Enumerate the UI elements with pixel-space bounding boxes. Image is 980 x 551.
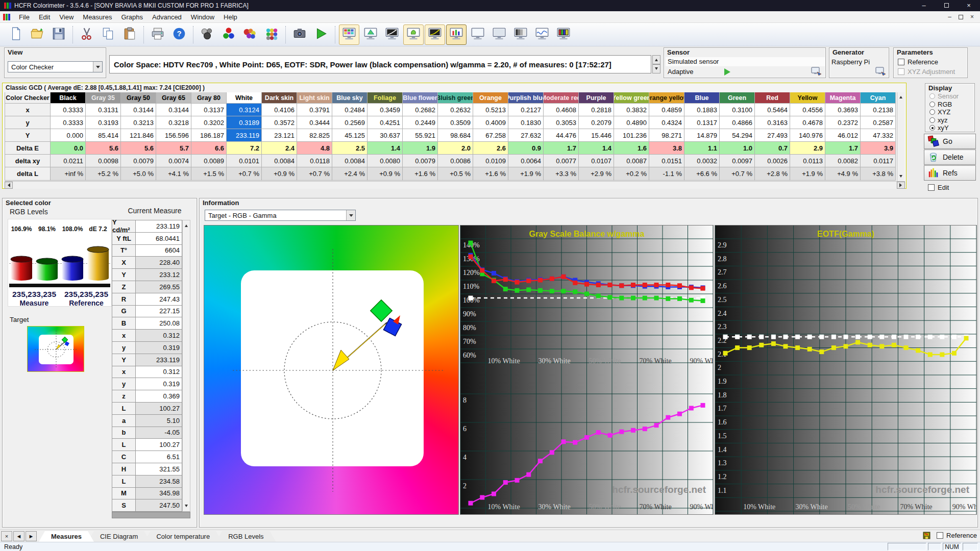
cell-dE-yellow[interactable]: 2.9 bbox=[790, 142, 825, 155]
cell-dxy-blue-flower[interactable]: 0.0079 bbox=[403, 155, 438, 167]
column-header-white[interactable]: White bbox=[227, 92, 262, 104]
cell-y-blue-sky[interactable]: 0.2569 bbox=[332, 116, 368, 129]
cell-x-black[interactable]: 0.3333 bbox=[51, 104, 86, 116]
column-header-cyan[interactable]: Cyan bbox=[861, 92, 896, 104]
menu-advanced[interactable]: Advanced bbox=[148, 12, 186, 22]
cell-dE-bluish-green[interactable]: 2.0 bbox=[438, 142, 473, 155]
sensor-assign-icon[interactable] bbox=[811, 66, 822, 77]
column-header-dark-skin[interactable]: Dark skin bbox=[262, 92, 297, 104]
cell-x-dark-skin[interactable]: 0.4106 bbox=[262, 104, 297, 116]
cell-dL-blue-sky[interactable]: +2.4 % bbox=[332, 167, 368, 181]
close-button[interactable]: × bbox=[958, 0, 980, 11]
cell-dE-gray-35[interactable]: 5.6 bbox=[86, 142, 121, 155]
cell-dL-green[interactable]: +0.7 % bbox=[720, 167, 755, 181]
cell-Y-yellow[interactable]: 140.976 bbox=[790, 129, 825, 142]
cell-y-red[interactable]: 0.3163 bbox=[755, 116, 790, 129]
cell-x-orange-yellow[interactable]: 0.4859 bbox=[649, 104, 684, 116]
cell-dxy-black[interactable]: 0.0211 bbox=[51, 155, 86, 167]
cell-Y-gray-35[interactable]: 85.414 bbox=[86, 129, 121, 142]
hcfr-tray-icon[interactable] bbox=[923, 531, 932, 540]
information-view-dropdown[interactable]: Target - RGB - Gamma bbox=[205, 210, 356, 221]
display-option-xyz[interactable]: XYZ bbox=[929, 108, 959, 116]
cell-dE-orange-yellow[interactable]: 3.8 bbox=[649, 142, 684, 155]
cell-Y-light-skin[interactable]: 82.825 bbox=[297, 129, 332, 142]
primaries-measure-button[interactable] bbox=[218, 24, 239, 45]
mdi-minimize-button[interactable]: – bbox=[948, 13, 951, 20]
cell-x-purplish-blue[interactable]: 0.2127 bbox=[508, 104, 544, 116]
cell-x-green[interactable]: 0.3100 bbox=[720, 104, 755, 116]
scroll-left-icon[interactable] bbox=[5, 182, 13, 189]
cell-dxy-gray-80[interactable]: 0.0089 bbox=[191, 155, 227, 167]
cell-dE-white[interactable]: 7.2 bbox=[227, 142, 262, 155]
cell-x-yellow-green[interactable]: 0.3832 bbox=[614, 104, 649, 116]
cell-y-gray-80[interactable]: 0.3202 bbox=[191, 116, 227, 129]
mdi-close-button[interactable]: × bbox=[970, 13, 974, 20]
cell-Y-orange-yellow[interactable]: 98.271 bbox=[649, 129, 684, 142]
cell-Y-moderate-red[interactable]: 44.476 bbox=[544, 129, 579, 142]
cell-y-gray-65[interactable]: 0.3218 bbox=[156, 116, 191, 129]
cell-x-blue-sky[interactable]: 0.2484 bbox=[332, 104, 368, 116]
cell-x-white[interactable]: 0.3124 bbox=[227, 104, 262, 116]
column-header-gray-50[interactable]: Gray 50 bbox=[121, 92, 156, 104]
cell-y-black[interactable]: 0.3333 bbox=[51, 116, 86, 129]
measures-sheet-view-button[interactable] bbox=[339, 24, 359, 45]
cell-y-blue[interactable]: 0.1317 bbox=[684, 116, 720, 129]
table-vertical-scrollbar[interactable] bbox=[897, 92, 904, 181]
save-button[interactable] bbox=[48, 24, 69, 45]
cell-dxy-blue[interactable]: 0.0032 bbox=[684, 155, 720, 167]
cell-dE-gray-80[interactable]: 6.6 bbox=[191, 142, 227, 155]
help-button[interactable]: ? bbox=[169, 24, 189, 45]
paste-button[interactable] bbox=[119, 24, 140, 45]
cell-dxy-orange[interactable]: 0.0109 bbox=[473, 155, 508, 167]
cell-dxy-moderate-red[interactable]: 0.0077 bbox=[544, 155, 579, 167]
cell-x-gray-35[interactable]: 0.3131 bbox=[86, 104, 121, 116]
view-selector-dropdown[interactable]: Color Checker bbox=[8, 61, 103, 72]
cell-dE-gray-65[interactable]: 5.7 bbox=[156, 142, 191, 155]
cell-x-magenta[interactable]: 0.3693 bbox=[825, 104, 861, 116]
cell-Y-magenta[interactable]: 46.012 bbox=[825, 129, 861, 142]
edit-checkbox[interactable]: Edit bbox=[928, 184, 949, 191]
cell-dL-white[interactable]: +0.7 % bbox=[227, 167, 262, 181]
cell-x-blue[interactable]: 0.1883 bbox=[684, 104, 720, 116]
cell-x-red[interactable]: 0.5464 bbox=[755, 104, 790, 116]
cell-dxy-blue-sky[interactable]: 0.0084 bbox=[332, 155, 368, 167]
cell-Y-gray-65[interactable]: 156.596 bbox=[156, 129, 191, 142]
cell-x-gray-80[interactable]: 0.3137 bbox=[191, 104, 227, 116]
cell-y-orange[interactable]: 0.4009 bbox=[473, 116, 508, 129]
checkbox-icon[interactable] bbox=[928, 184, 935, 191]
table-horizontal-scrollbar[interactable] bbox=[5, 181, 905, 189]
cell-y-purplish-blue[interactable]: 0.1830 bbox=[508, 116, 544, 129]
cell-dE-foliage[interactable]: 1.4 bbox=[368, 142, 403, 155]
cell-Y-purplish-blue[interactable]: 27.632 bbox=[508, 129, 544, 142]
maximize-button[interactable] bbox=[935, 0, 958, 11]
cell-dxy-foliage[interactable]: 0.0080 bbox=[368, 155, 403, 167]
checkbox-icon[interactable] bbox=[898, 59, 904, 65]
tab-scroll-right-button[interactable]: ► bbox=[26, 531, 37, 541]
column-header-blue-flower[interactable]: Blue flower bbox=[403, 92, 438, 104]
cell-dL-gray-65[interactable]: +4.1 % bbox=[156, 167, 191, 181]
capture-button[interactable] bbox=[289, 24, 310, 45]
print-button[interactable] bbox=[148, 24, 168, 45]
rgb-levels-view-button[interactable] bbox=[446, 24, 467, 45]
measure-table-scrollbar[interactable] bbox=[182, 220, 190, 512]
column-header-light-skin[interactable]: Light skin bbox=[297, 92, 332, 104]
cell-y-purple[interactable]: 0.2079 bbox=[579, 116, 614, 129]
cell-dL-yellow-green[interactable]: +0.2 % bbox=[614, 167, 649, 181]
saturations-measure-button[interactable] bbox=[240, 24, 260, 45]
luminance-view-button[interactable] bbox=[382, 24, 402, 45]
menu-window[interactable]: Window bbox=[186, 12, 219, 22]
checkbox-icon[interactable] bbox=[937, 532, 943, 539]
cell-dL-black[interactable]: +inf % bbox=[51, 167, 86, 181]
column-header-gray-80[interactable]: Gray 80 bbox=[191, 92, 227, 104]
display-option-xyz[interactable]: xyz bbox=[929, 116, 959, 124]
cell-dL-light-skin[interactable]: +0.7 % bbox=[297, 167, 332, 181]
gamut-view-button[interactable] bbox=[360, 24, 381, 45]
cell-y-dark-skin[interactable]: 0.3572 bbox=[262, 116, 297, 129]
cell-dL-magenta[interactable]: +4.9 % bbox=[825, 167, 861, 181]
dropdown-arrow-icon[interactable] bbox=[93, 62, 102, 72]
cell-dL-moderate-red[interactable]: +3.3 % bbox=[544, 167, 579, 181]
cell-dE-moderate-red[interactable]: 1.7 bbox=[544, 142, 579, 155]
cell-x-cyan[interactable]: 0.2138 bbox=[861, 104, 896, 116]
sensor-config-button[interactable] bbox=[197, 24, 217, 45]
cell-dE-blue-flower[interactable]: 1.9 bbox=[403, 142, 438, 155]
